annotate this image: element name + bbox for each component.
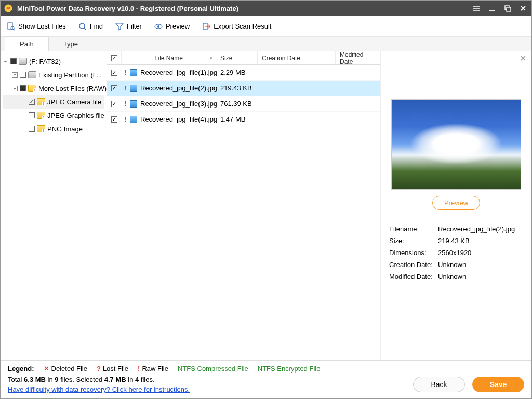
meta-filename: Recovered_jpg_file(2).jpg xyxy=(438,223,523,234)
export-scan-result-button[interactable]: Export Scan Result xyxy=(202,22,271,31)
open-preview-button[interactable]: Preview xyxy=(432,196,480,210)
menu-icon[interactable] xyxy=(471,3,482,14)
legend: Legend: ✕Deleted File ?Lost File !Raw Fi… xyxy=(8,365,413,373)
collapse-icon[interactable]: − xyxy=(3,59,8,64)
expand-icon[interactable]: + xyxy=(12,72,18,78)
drive-icon xyxy=(28,71,36,78)
meta-creation-date: Unknown xyxy=(438,259,523,270)
folder-alert-icon xyxy=(37,112,45,119)
minimize-icon[interactable] xyxy=(487,3,497,14)
file-name: Recovered_jpg_file(1).jpg xyxy=(140,69,217,76)
window-title: MiniTool Power Data Recovery v10.0 - Reg… xyxy=(17,5,466,12)
meta-modified-date: Unknown xyxy=(438,271,523,282)
column-size[interactable]: Size xyxy=(216,51,258,64)
folder-alert-icon xyxy=(37,125,45,132)
toolbar: Show Lost Files Find Filter Preview Expo… xyxy=(1,16,531,37)
tree-checkbox[interactable] xyxy=(29,112,35,118)
save-button[interactable]: Save xyxy=(472,377,524,392)
tab-path[interactable]: Path xyxy=(5,36,49,51)
jpg-file-icon xyxy=(130,85,137,92)
file-row[interactable]: !Recovered_jpg_file(4).jpg1.47 MB xyxy=(107,112,380,127)
tree-root-drive[interactable]: − (F: FAT32) xyxy=(3,55,104,68)
raw-file-icon: ! xyxy=(124,115,127,123)
legend-ntfs-compressed: NTFS Compressed File xyxy=(178,365,248,373)
collapse-icon[interactable]: − xyxy=(12,86,18,91)
column-creation-date[interactable]: Creation Date xyxy=(258,51,336,64)
folder-tree: − (F: FAT32) + Existing Partition (F... … xyxy=(1,51,107,360)
sort-caret-icon: ▾ xyxy=(210,56,212,61)
row-checkbox[interactable] xyxy=(111,101,117,107)
file-list: File Name▾ Size Creation Date Modified D… xyxy=(107,51,381,360)
file-row[interactable]: !Recovered_jpg_file(3).jpg761.39 KB xyxy=(107,96,380,112)
file-size: 219.43 KB xyxy=(216,84,258,92)
file-size: 1.47 MB xyxy=(216,115,258,123)
svg-point-5 xyxy=(79,23,85,29)
tree-checkbox[interactable] xyxy=(20,85,26,91)
view-tabs: Path Type xyxy=(1,37,531,51)
column-modified-date[interactable]: Modified Date xyxy=(336,51,380,64)
tree-jpeg-camera[interactable]: JPEG Camera file xyxy=(3,95,104,109)
select-all-checkbox[interactable] xyxy=(111,55,117,61)
drive-icon xyxy=(19,58,27,65)
jpg-file-icon xyxy=(130,100,137,108)
eye-icon xyxy=(154,22,163,31)
footer: Legend: ✕Deleted File ?Lost File !Raw Fi… xyxy=(1,360,531,398)
column-check[interactable] xyxy=(107,51,122,64)
funnel-icon xyxy=(115,22,124,31)
maximize-icon[interactable] xyxy=(502,3,513,14)
folder-alert-icon xyxy=(37,98,45,105)
file-name: Recovered_jpg_file(3).jpg xyxy=(140,100,217,108)
folder-alert-icon xyxy=(28,85,36,92)
raw-file-icon: ! xyxy=(124,84,127,92)
jpg-file-icon xyxy=(130,116,137,123)
search-icon xyxy=(78,22,87,31)
tree-checkbox[interactable] xyxy=(20,72,26,78)
show-lost-files-button[interactable]: Show Lost Files xyxy=(7,22,66,31)
stats: Total 6.3 MB in 9 files. Selected 4.7 MB… xyxy=(8,376,413,383)
meta-size: 219.43 KB xyxy=(438,235,523,246)
export-icon xyxy=(202,22,210,31)
file-search-icon xyxy=(7,22,15,31)
tree-checkbox[interactable] xyxy=(29,126,35,132)
row-checkbox[interactable] xyxy=(111,70,117,76)
tree-existing-partition[interactable]: + Existing Partition (F... xyxy=(3,68,104,82)
file-name: Recovered_jpg_file(4).jpg xyxy=(140,115,217,123)
back-button[interactable]: Back xyxy=(413,377,465,392)
file-size: 761.39 KB xyxy=(216,100,258,108)
svg-point-7 xyxy=(157,25,159,28)
preview-button[interactable]: Preview xyxy=(154,22,190,31)
svg-rect-3 xyxy=(8,23,12,29)
help-link[interactable]: Have difficulty with data recovery? Clic… xyxy=(8,385,190,393)
app-icon xyxy=(4,4,13,13)
file-row[interactable]: !Recovered_jpg_file(2).jpg219.43 KB xyxy=(107,81,380,96)
file-row[interactable]: !Recovered_jpg_file(1).jpg2.29 MB xyxy=(107,65,380,81)
legend-lost: ?Lost File xyxy=(97,365,128,373)
column-filename[interactable]: File Name▾ xyxy=(122,51,216,64)
raw-file-icon: ! xyxy=(124,69,127,76)
row-checkbox[interactable] xyxy=(111,85,117,91)
tree-checkbox[interactable] xyxy=(10,58,17,64)
file-name: Recovered_jpg_file(2).jpg xyxy=(140,84,217,92)
raw-file-icon: ! xyxy=(124,100,127,108)
tree-checkbox[interactable] xyxy=(29,99,35,105)
legend-deleted: ✕Deleted File xyxy=(44,365,87,373)
preview-image xyxy=(391,99,521,190)
file-list-header: File Name▾ Size Creation Date Modified D… xyxy=(107,51,380,65)
close-preview-icon[interactable]: ✕ xyxy=(520,54,526,63)
tree-png-image[interactable]: PNG Image xyxy=(3,122,104,136)
titlebar: MiniTool Power Data Recovery v10.0 - Reg… xyxy=(1,1,531,16)
tree-more-lost-files[interactable]: − More Lost Files (RAW) xyxy=(3,82,104,95)
meta-dimensions: 2560x1920 xyxy=(438,247,523,258)
row-checkbox[interactable] xyxy=(111,116,117,123)
file-size: 2.29 MB xyxy=(216,69,258,76)
legend-raw: !Raw File xyxy=(138,365,168,373)
preview-metadata: Filename:Recovered_jpg_file(2).jpg Size:… xyxy=(388,222,524,283)
tree-jpeg-graphics[interactable]: JPEG Graphics file xyxy=(3,109,104,122)
tab-type[interactable]: Type xyxy=(49,37,92,51)
find-button[interactable]: Find xyxy=(78,22,103,31)
filter-button[interactable]: Filter xyxy=(115,22,142,31)
close-icon[interactable] xyxy=(518,3,528,14)
legend-ntfs-encrypted: NTFS Encrypted File xyxy=(258,365,321,373)
preview-pane: ✕ Preview Filename:Recovered_jpg_file(2)… xyxy=(381,51,531,360)
jpg-file-icon xyxy=(130,69,137,76)
